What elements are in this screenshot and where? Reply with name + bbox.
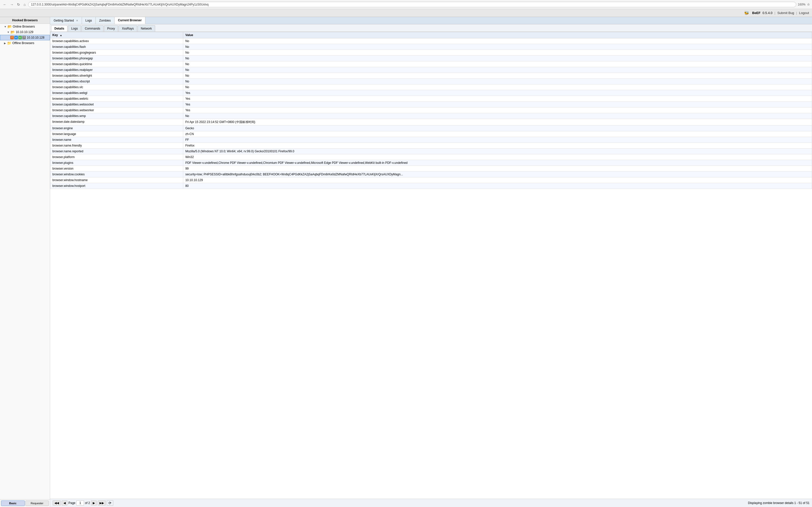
table-row[interactable]: browser.capabilities.wmpNo <box>50 113 812 119</box>
table-row[interactable]: browser.name.reportedMozilla/5.0 (Window… <box>50 149 812 154</box>
online-browsers-label: Online Browsers <box>13 25 35 28</box>
forward-button[interactable]: → <box>9 2 14 7</box>
ip-group-label: 10.10.10.129 <box>16 30 33 34</box>
table-row[interactable]: browser.capabilities.activexNo <box>50 38 812 44</box>
cell-value: FF <box>183 137 812 143</box>
app-header: 🐝 BeEF 0.5.4.0 | Submit Bug | Logout <box>0 9 812 17</box>
cell-key: browser.name <box>50 137 183 143</box>
subtab-network[interactable]: Network <box>138 25 155 32</box>
col-key-header[interactable]: Key ▲ <box>50 32 183 38</box>
cell-value: No <box>183 38 812 44</box>
requester-button[interactable]: Requester <box>25 501 49 506</box>
back-button[interactable]: ← <box>2 2 7 7</box>
submit-bug-link[interactable]: Submit Bug <box>777 11 794 15</box>
cell-key: browser.capabilities.realplayer <box>50 67 183 73</box>
cell-key: browser.capabilities.webworker <box>50 107 183 113</box>
first-page-button[interactable]: ◀◀ <box>53 501 61 506</box>
cell-key: browser.capabilities.webrtc <box>50 96 183 102</box>
chrome-icon: c <box>18 36 22 39</box>
table-row[interactable]: browser.capabilities.googlegearsNo <box>50 50 812 56</box>
table-row[interactable]: browser.date.datestampFri Apr 15 2022 23… <box>50 119 812 125</box>
table-row[interactable]: browser.capabilities.webglYes <box>50 90 812 96</box>
basic-button[interactable]: Basic <box>1 501 25 506</box>
cell-key: browser.capabilities.googlegears <box>50 50 183 56</box>
subtab-xssrays[interactable]: XssRays <box>118 25 137 32</box>
table-row[interactable]: browser.platformWin32 <box>50 154 812 160</box>
sidebar-item-online-browsers[interactable]: ▼ 📂 Online Browsers <box>0 24 50 29</box>
table-row[interactable]: browser.languagezh-CN <box>50 131 812 137</box>
subtab-proxy[interactable]: Proxy <box>104 25 118 32</box>
table-row[interactable]: browser.pluginsPDF Viewer-v.undefined,Ch… <box>50 160 812 166</box>
subtab-logs[interactable]: Logs <box>68 25 81 32</box>
sidebar-item-offline-browsers[interactable]: ▶ 📁 Offline Browsers <box>0 40 50 46</box>
page-of-label: of 2 <box>85 501 90 505</box>
table-row[interactable]: browser.window.cookiessecurity=low; PHPS… <box>50 172 812 177</box>
app-title: BeEF <box>752 11 760 15</box>
sub-tabs: Details Logs Commands Proxy XssRays Netw… <box>50 24 812 32</box>
table-row[interactable]: browser.engineGecko <box>50 125 812 131</box>
cell-key: browser.window.cookies <box>50 172 183 177</box>
divider-2: | <box>796 11 797 15</box>
table-row[interactable]: browser.capabilities.vbscriptNo <box>50 79 812 84</box>
page-input[interactable] <box>76 501 84 506</box>
ie-icon: e <box>14 36 18 39</box>
address-bar[interactable] <box>28 2 796 7</box>
table-row[interactable]: browser.capabilities.silverlightNo <box>50 73 812 79</box>
table-row[interactable]: browser.window.hostport80 <box>50 183 812 189</box>
refresh-button[interactable]: ⟳ <box>107 500 113 506</box>
table-row[interactable]: browser.version99 <box>50 166 812 172</box>
home-button[interactable]: ⌂ <box>22 2 26 7</box>
cell-key: browser.platform <box>50 154 183 160</box>
cell-key: browser.name.friendly <box>50 143 183 149</box>
sidebar-item-browser[interactable]: f e c ? 10.10.10.128 <box>0 35 50 40</box>
subtab-commands[interactable]: Commands <box>82 25 103 32</box>
divider-1: | <box>774 11 775 15</box>
table-row[interactable]: browser.capabilities.phonegapNo <box>50 56 812 61</box>
table-row[interactable]: browser.capabilities.realplayerNo <box>50 67 812 73</box>
cell-value: 10.10.10.129 <box>183 177 812 183</box>
reload-button[interactable]: ↻ <box>16 2 21 7</box>
tab-zombies[interactable]: Zombies <box>96 17 114 24</box>
last-page-button[interactable]: ▶▶ <box>98 501 106 506</box>
sort-arrow: ▲ <box>60 34 62 37</box>
prev-page-button[interactable]: ◀ <box>62 501 67 506</box>
subtab-details[interactable]: Details <box>51 25 67 32</box>
subtab-logs-label: Logs <box>71 27 78 30</box>
cell-key: browser.window.hostname <box>50 177 183 183</box>
tab-logs[interactable]: Logs <box>82 17 96 24</box>
table-row[interactable]: browser.nameFF <box>50 137 812 143</box>
cell-value: No <box>183 67 812 73</box>
tab-current-browser[interactable]: Current Browser <box>114 17 146 24</box>
col-value-header[interactable]: Value <box>183 32 812 38</box>
cell-value: Yes <box>183 96 812 102</box>
cell-value: Yes <box>183 90 812 96</box>
main-layout: Hooked Browsers ▼ 📂 Online Browsers ▼ 📂 … <box>0 17 812 507</box>
cell-value: No <box>183 73 812 79</box>
expand-offline-icon: ▶ <box>4 42 6 45</box>
tab-getting-started[interactable]: Getting Started ✕ <box>50 17 82 24</box>
cell-key: browser.capabilities.phonegap <box>50 56 183 61</box>
table-row[interactable]: browser.name.friendlyFirefox <box>50 143 812 149</box>
table-row[interactable]: browser.capabilities.websocketYes <box>50 102 812 107</box>
app-version: 0.5.4.0 <box>762 11 772 15</box>
table-row[interactable]: browser.capabilities.webrtcYes <box>50 96 812 102</box>
cell-value: security=low; PHPSESSID=a6tbk8hnfgsafndu… <box>183 172 812 177</box>
table-row[interactable]: browser.capabilities.vlcNo <box>50 84 812 90</box>
bookmark-icon[interactable]: ☆ <box>807 2 810 6</box>
table-row[interactable]: browser.capabilities.quicktimeNo <box>50 61 812 67</box>
table-row[interactable]: browser.window.hostname10.10.10.129 <box>50 177 812 183</box>
sidebar-item-ip-group[interactable]: ▼ 📂 10.10.10.129 <box>0 29 50 35</box>
tab-getting-started-close[interactable]: ✕ <box>76 19 78 22</box>
table-row[interactable]: browser.capabilities.flashNo <box>50 44 812 50</box>
table-row[interactable]: browser.capabilities.webworkerYes <box>50 107 812 113</box>
subtab-xssrays-label: XssRays <box>122 27 133 30</box>
tab-zombies-label: Zombies <box>99 19 111 22</box>
cell-key: browser.name.reported <box>50 149 183 154</box>
sidebar-header: Hooked Browsers <box>0 17 50 24</box>
subtab-network-label: Network <box>141 27 152 30</box>
cell-value: No <box>183 113 812 119</box>
browser-icons: f e c ? <box>10 36 26 39</box>
cell-value: Firefox <box>183 143 812 149</box>
logout-link[interactable]: Logout <box>799 11 809 15</box>
next-page-button[interactable]: ▶ <box>91 501 97 506</box>
